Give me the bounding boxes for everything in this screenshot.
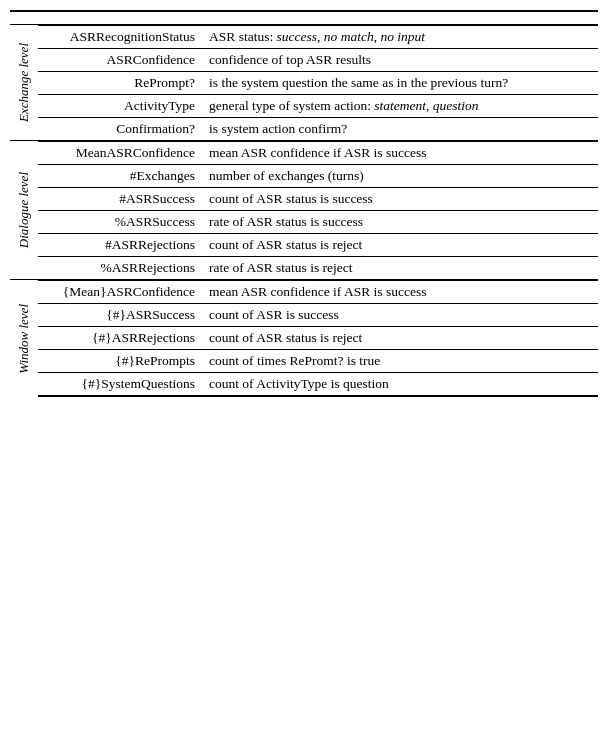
table-row: {#}ASRSuccesscount of ASR is success xyxy=(38,304,598,327)
param-cell: {#}ASRRejections xyxy=(38,327,205,350)
table-row: #ASRSuccesscount of ASR status is succes… xyxy=(38,188,598,211)
desc-cell: count of times RePromt? is true xyxy=(205,350,598,373)
param-cell: {#}SystemQuestions xyxy=(38,373,205,397)
section-label-1: Dialogue level xyxy=(16,172,32,248)
param-cell: {#}RePrompts xyxy=(38,350,205,373)
parameters-table: Exchange levelASRRecognitionStatusASR st… xyxy=(10,10,598,397)
param-cell: RePrompt? xyxy=(38,72,205,95)
desc-cell: count of ActivityType is question xyxy=(205,373,598,397)
desc-cell: mean ASR confidence if ASR is success xyxy=(205,281,598,304)
table-row: %ASRRejectionsrate of ASR status is reje… xyxy=(38,257,598,280)
desc-cell: count of ASR status is success xyxy=(205,188,598,211)
table-row: ActivityTypegeneral type of system actio… xyxy=(38,95,598,118)
table-row: #ASRRejectionscount of ASR status is rej… xyxy=(38,234,598,257)
section-row-2: Window level{Mean}ASRConfidencemean ASR … xyxy=(10,280,598,398)
desc-header xyxy=(205,11,598,25)
section-row-0: Exchange levelASRRecognitionStatusASR st… xyxy=(10,25,598,141)
desc-cell: count of ASR status is reject xyxy=(205,327,598,350)
param-cell: MeanASRConfidence xyxy=(38,142,205,165)
param-cell: ASRConfidence xyxy=(38,49,205,72)
table-row: ASRConfidenceconfidence of top ASR resul… xyxy=(38,49,598,72)
param-cell: #Exchanges xyxy=(38,165,205,188)
table-row: RePrompt?is the system question the same… xyxy=(38,72,598,95)
desc-cell: count of ASR status is reject xyxy=(205,234,598,257)
desc-cell: confidence of top ASR results xyxy=(205,49,598,72)
table-row: {Mean}ASRConfidencemean ASR confidence i… xyxy=(38,281,598,304)
section-label-0: Exchange level xyxy=(16,43,32,122)
table-row: {#}ASRRejectionscount of ASR status is r… xyxy=(38,327,598,350)
param-cell: #ASRRejections xyxy=(38,234,205,257)
param-cell: Confirmation? xyxy=(38,118,205,141)
desc-cell: mean ASR confidence if ASR is success xyxy=(205,142,598,165)
desc-cell: ASR status: success, no match, no input xyxy=(205,26,598,49)
desc-cell: general type of system action: statement… xyxy=(205,95,598,118)
desc-cell: number of exchanges (turns) xyxy=(205,165,598,188)
section-row-1: Dialogue levelMeanASRConfidencemean ASR … xyxy=(10,141,598,280)
param-cell: {Mean}ASRConfidence xyxy=(38,281,205,304)
desc-cell: is the system question the same as in th… xyxy=(205,72,598,95)
table-row: {#}RePromptscount of times RePromt? is t… xyxy=(38,350,598,373)
table-row: MeanASRConfidencemean ASR confidence if … xyxy=(38,142,598,165)
desc-cell: count of ASR is success xyxy=(205,304,598,327)
table-row: ASRRecognitionStatusASR status: success,… xyxy=(38,26,598,49)
table-row: {#}SystemQuestionscount of ActivityType … xyxy=(38,373,598,397)
desc-cell: rate of ASR status is success xyxy=(205,211,598,234)
desc-cell: is system action confirm? xyxy=(205,118,598,141)
param-header xyxy=(10,11,205,25)
param-cell: %ASRSuccess xyxy=(38,211,205,234)
param-cell: ASRRecognitionStatus xyxy=(38,26,205,49)
section-label-2: Window level xyxy=(16,304,32,374)
param-cell: %ASRRejections xyxy=(38,257,205,280)
param-cell: {#}ASRSuccess xyxy=(38,304,205,327)
param-cell: ActivityType xyxy=(38,95,205,118)
desc-cell: rate of ASR status is reject xyxy=(205,257,598,280)
table-row: #Exchangesnumber of exchanges (turns) xyxy=(38,165,598,188)
table-row: Confirmation?is system action confirm? xyxy=(38,118,598,141)
param-cell: #ASRSuccess xyxy=(38,188,205,211)
table-row: %ASRSuccessrate of ASR status is success xyxy=(38,211,598,234)
